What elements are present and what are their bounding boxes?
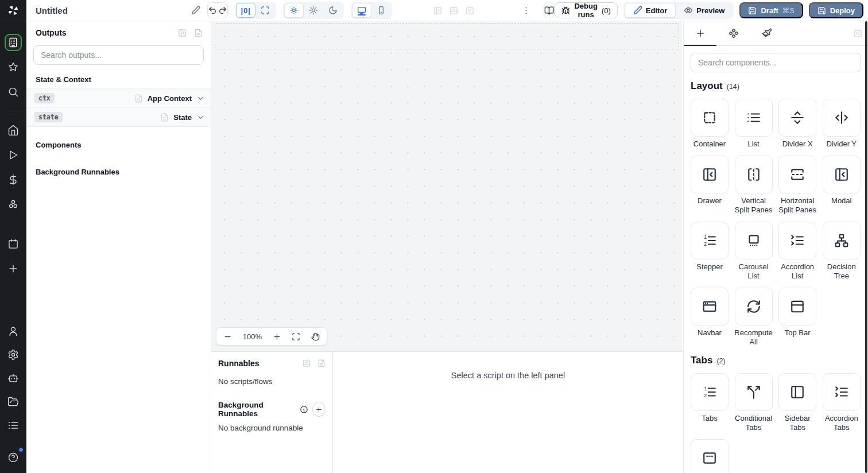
outputs-doc-button[interactable] xyxy=(194,29,203,37)
component-item-container[interactable]: Container xyxy=(691,99,728,149)
search-outputs-input[interactable] xyxy=(33,45,204,65)
theme-dark-button[interactable] xyxy=(323,3,343,18)
runnables-doc-button[interactable] xyxy=(317,359,326,367)
undo-button[interactable] xyxy=(208,3,218,18)
no-scripts-text: No scripts/flows xyxy=(218,377,326,386)
component-item-decision-tree[interactable]: Decision Tree xyxy=(823,222,861,281)
home-button[interactable] xyxy=(5,122,22,139)
component-item-drawer[interactable]: Drawer xyxy=(691,156,728,215)
component-item-sidebar-tabs[interactable]: Sidebar Tabs xyxy=(778,373,816,432)
draft-label: Draft xyxy=(761,6,778,15)
theme-auto-icon xyxy=(289,6,299,15)
schedules-button[interactable] xyxy=(5,235,22,253)
component-item-accordion-list[interactable]: Accordion List xyxy=(778,222,816,281)
windmill-logo[interactable] xyxy=(0,0,26,21)
canvas-drop-zone[interactable] xyxy=(215,23,679,49)
right-panel-scrollbar[interactable] xyxy=(865,21,867,473)
chevron-down-icon[interactable] xyxy=(196,113,205,122)
collapse-outputs-button[interactable] xyxy=(178,29,187,37)
toggle-bottom-panel-button[interactable] xyxy=(450,6,458,15)
variables-button[interactable] xyxy=(5,171,22,188)
component-item-divider-y[interactable]: Divider Y xyxy=(823,99,861,149)
component-item-navbar[interactable]: Navbar xyxy=(691,288,728,347)
component-item-conditional-tabs[interactable]: Conditional Tabs xyxy=(735,373,773,432)
tab-insert-component[interactable] xyxy=(684,21,717,45)
component-item-stepper[interactable]: 12 Stepper xyxy=(691,222,728,281)
toggle-left-panel-button[interactable] xyxy=(433,6,442,15)
moon-icon xyxy=(328,6,338,15)
theme-auto-button[interactable] xyxy=(284,3,304,18)
component-grid: 12 Tabs Conditional Tabs Sidebar Tabs Ac… xyxy=(691,373,861,473)
deploy-label: Deploy xyxy=(830,6,855,15)
docs-button[interactable] xyxy=(544,2,555,18)
collapse-right-panel-button[interactable] xyxy=(854,21,862,46)
resources-button[interactable] xyxy=(5,196,22,213)
theme-light-button[interactable] xyxy=(304,3,323,18)
plus-icon xyxy=(273,332,281,341)
component-item-divider-x[interactable]: Divider X xyxy=(778,99,816,149)
component-item-recompute-all[interactable]: Recompute All xyxy=(735,288,773,347)
search-button[interactable] xyxy=(5,83,22,100)
rail-top-group xyxy=(5,34,22,111)
component-item-carousel-list[interactable]: Carousel List xyxy=(735,222,773,281)
desktop-view-button[interactable] xyxy=(352,3,371,18)
tab-styling[interactable] xyxy=(750,21,784,45)
component-item-unnamed[interactable] xyxy=(691,439,728,473)
zoom-level: 100% xyxy=(243,332,262,341)
scan-icon xyxy=(292,332,300,341)
more-menu-button[interactable] xyxy=(521,6,531,15)
redo-button[interactable] xyxy=(218,3,227,18)
zoom-reset-button[interactable]: |0| xyxy=(236,3,255,18)
component-item-top-bar[interactable]: Top Bar xyxy=(778,288,816,347)
editor-label: Editor xyxy=(646,6,668,15)
search-components-input[interactable] xyxy=(691,53,861,72)
component-item-tabs[interactable]: 12 Tabs xyxy=(691,373,728,432)
outputs-title: Outputs xyxy=(36,28,67,37)
section-count: (14) xyxy=(727,83,739,91)
component-item-modal[interactable]: Modal xyxy=(823,156,861,215)
component-item-vertical-split-panes[interactable]: Vertical Split Panes xyxy=(735,156,773,215)
sun-icon xyxy=(309,6,318,15)
component-item-accordion-tabs[interactable]: Accordion Tabs xyxy=(823,373,861,432)
collapse-runnables-button[interactable] xyxy=(303,359,311,367)
deploy-button[interactable]: Deploy xyxy=(809,2,863,18)
chevron-down-icon[interactable] xyxy=(196,94,205,103)
user-button[interactable] xyxy=(5,323,22,340)
apps-button[interactable] xyxy=(5,34,22,51)
component-item-horizontal-split-panes[interactable]: Horizontal Split Panes xyxy=(778,156,816,215)
tab-component-settings[interactable] xyxy=(717,21,750,45)
workers-button[interactable] xyxy=(5,370,22,387)
editor-tab[interactable]: Editor xyxy=(625,3,676,18)
output-type-label: State xyxy=(173,113,192,122)
panel-right-collapse-icon xyxy=(854,29,862,38)
output-row-state[interactable]: stateState xyxy=(26,108,211,127)
preview-label: Preview xyxy=(696,6,724,15)
state-context-rows: ctxApp ContextstateState xyxy=(26,88,211,127)
pan-button[interactable] xyxy=(311,332,320,341)
runs-button[interactable] xyxy=(5,146,22,164)
settings-button[interactable] xyxy=(5,346,22,363)
device-group xyxy=(351,2,392,19)
expand-canvas-button[interactable] xyxy=(255,3,275,18)
folders-button[interactable] xyxy=(5,393,22,410)
preview-tab[interactable]: Preview xyxy=(676,3,733,18)
toggle-right-panel-button[interactable] xyxy=(466,6,474,15)
component-item-list[interactable]: List xyxy=(735,99,773,149)
add-background-runnable-button[interactable] xyxy=(312,402,326,417)
fit-view-button[interactable] xyxy=(292,332,300,341)
zoom-in-button[interactable] xyxy=(273,332,281,341)
zoom-out-button[interactable] xyxy=(223,332,232,341)
output-row-ctx[interactable]: ctxApp Context xyxy=(26,89,211,108)
help-button[interactable] xyxy=(5,449,22,466)
save-icon xyxy=(748,6,757,15)
rename-button[interactable] xyxy=(191,6,200,15)
mobile-view-button[interactable] xyxy=(371,3,391,18)
app-canvas[interactable]: 100% xyxy=(211,21,682,351)
create-button[interactable] xyxy=(5,260,22,277)
background-info-icon[interactable] xyxy=(300,405,308,414)
audit-logs-button[interactable] xyxy=(5,417,22,434)
debug-runs-button[interactable]: Debug runs (0) xyxy=(555,2,617,18)
panel-right-icon xyxy=(466,6,474,15)
draft-button[interactable]: Draft ⌘S xyxy=(739,2,803,18)
favorites-button[interactable] xyxy=(5,59,22,76)
